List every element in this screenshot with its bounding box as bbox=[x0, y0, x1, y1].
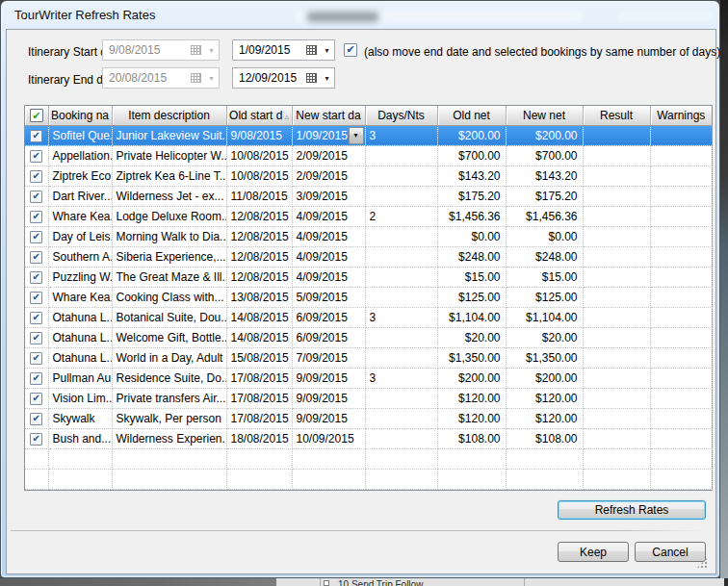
table-row[interactable]: ✔Vision Lim...Private transfers Air...17… bbox=[25, 388, 712, 408]
table-row[interactable]: ✔Bush and...Wilderness Experien...18/08/… bbox=[25, 428, 712, 448]
column-header-select[interactable]: ✔ bbox=[25, 106, 48, 125]
row-checkbox[interactable]: ✔ bbox=[30, 312, 42, 324]
table-row[interactable]: ✔SkywalkSkywalk, Per person17/08/20159/0… bbox=[25, 408, 712, 428]
row-select-cell[interactable]: ✔ bbox=[25, 307, 48, 327]
new-start-date-cell[interactable]: 1/09/2015▼ bbox=[292, 125, 365, 145]
column-header-label: New start da bbox=[296, 109, 360, 122]
table-row[interactable]: ✔Otahuna L...Welcome Gift, Bottle...14/0… bbox=[25, 327, 712, 347]
row-select-cell[interactable]: ✔ bbox=[25, 226, 48, 246]
table-row[interactable]: ✔Otahuna L...World in a Day, Adult15/08/… bbox=[25, 347, 712, 368]
new-start-date-cell[interactable]: 4/09/2015 bbox=[292, 206, 365, 226]
calendar-icon[interactable] bbox=[303, 73, 320, 83]
table-row[interactable]: ✔Puzzling W...The Great Maze & Ill...12/… bbox=[25, 267, 712, 287]
new-itinerary-end-picker[interactable]: 12/09/2015 ▾ bbox=[232, 67, 335, 89]
table-row[interactable]: ✔Whare Kea...Cooking Class with...13/08/… bbox=[25, 287, 712, 307]
row-checkbox[interactable]: ✔ bbox=[30, 332, 42, 344]
row-checkbox[interactable]: ✔ bbox=[30, 352, 42, 365]
row-select-cell[interactable]: ✔ bbox=[25, 327, 48, 347]
keep-button[interactable]: Keep bbox=[558, 542, 629, 562]
row-select-cell[interactable]: ✔ bbox=[25, 428, 48, 448]
row-checkbox[interactable]: ✔ bbox=[30, 170, 42, 183]
column-header-new_start[interactable]: New start da bbox=[292, 106, 365, 125]
row-select-cell[interactable]: ✔ bbox=[25, 368, 48, 388]
days-nights-cell bbox=[365, 388, 437, 408]
refresh-rates-button[interactable]: Refresh Rates bbox=[558, 500, 706, 520]
row-checkbox[interactable]: ✔ bbox=[30, 292, 42, 304]
new-start-date-cell[interactable]: 9/09/2015 bbox=[292, 368, 365, 388]
chevron-down-icon[interactable]: ▾ bbox=[320, 74, 334, 83]
check-icon: ✔ bbox=[33, 333, 40, 343]
new-start-date-cell[interactable]: 5/09/2015 bbox=[292, 287, 365, 307]
row-select-cell[interactable]: ✔ bbox=[25, 145, 48, 166]
cancel-button[interactable]: Cancel bbox=[635, 542, 706, 562]
row-checkbox[interactable]: ✔ bbox=[30, 413, 42, 425]
check-icon: ✔ bbox=[33, 151, 40, 161]
new-start-date-cell[interactable]: 4/09/2015 bbox=[292, 246, 365, 267]
new-start-date-cell[interactable]: 6/09/2015 bbox=[292, 327, 365, 347]
row-checkbox[interactable]: ✔ bbox=[30, 130, 42, 142]
row-checkbox[interactable]: ✔ bbox=[30, 271, 42, 284]
new-net-cell: $200.00 bbox=[506, 368, 583, 388]
column-header-new_net[interactable]: New net bbox=[506, 106, 583, 125]
row-checkbox[interactable]: ✔ bbox=[30, 372, 42, 385]
table-row[interactable]: ✔Otahuna L...Botanical Suite, Dou...14/0… bbox=[25, 307, 712, 327]
new-start-date-cell[interactable]: 4/09/2015 bbox=[292, 226, 365, 246]
row-select-cell[interactable]: ✔ bbox=[25, 125, 48, 145]
date-dropdown-button[interactable]: ▼ bbox=[349, 127, 364, 144]
row-checkbox[interactable]: ✔ bbox=[30, 211, 42, 223]
table-row[interactable]: ✔Southern A...Siberia Experience,...12/0… bbox=[25, 246, 712, 267]
row-select-cell[interactable]: ✔ bbox=[25, 206, 48, 226]
row-checkbox[interactable]: ✔ bbox=[30, 150, 42, 163]
table-row[interactable]: ✔Whare Kea...Lodge Deluxe Room...12/08/2… bbox=[25, 206, 712, 226]
row-select-cell[interactable]: ✔ bbox=[25, 186, 48, 206]
table-header-row[interactable]: ✔Booking naItem descriptionOld start d▵N… bbox=[25, 106, 712, 125]
row-select-cell[interactable]: ✔ bbox=[25, 388, 48, 408]
column-header-old_start[interactable]: Old start d▵ bbox=[226, 106, 292, 125]
calendar-icon[interactable] bbox=[303, 45, 320, 55]
new-start-date-cell[interactable]: 4/09/2015 bbox=[292, 267, 365, 287]
column-header-old_net[interactable]: Old net bbox=[437, 106, 506, 125]
new-itinerary-start-value[interactable]: 1/09/2015 bbox=[233, 43, 303, 57]
title-bar[interactable]: TourWriter Refresh Rates bbox=[1, 1, 719, 29]
new-start-date-cell[interactable]: 3/09/2015 bbox=[292, 186, 365, 206]
table-row[interactable]: ✔Pullman Au...Residence Suite, Do...17/0… bbox=[25, 368, 712, 388]
new-start-date-cell[interactable]: 9/09/2015 bbox=[292, 408, 365, 428]
new-net-cell: $120.00 bbox=[506, 408, 583, 428]
column-header-booking[interactable]: Booking na bbox=[48, 106, 112, 125]
row-select-cell[interactable]: ✔ bbox=[25, 408, 48, 428]
new-start-date-cell[interactable]: 9/09/2015 bbox=[292, 388, 365, 408]
table-row[interactable]: ✔Day of Leis...Morning Walk to Dia...12/… bbox=[25, 226, 712, 246]
column-header-result[interactable]: Result bbox=[583, 106, 650, 125]
table-row[interactable]: ✔Sofitel Que...Junior Lakeview Suit...9/… bbox=[25, 125, 712, 145]
new-start-date-cell[interactable]: 10/09/2015 bbox=[292, 428, 365, 448]
row-select-cell[interactable]: ✔ bbox=[25, 347, 48, 368]
table-row[interactable]: ✔Ziptrek Eco...Ziptrek Kea 6-Line T...10… bbox=[25, 166, 712, 186]
column-header-warnings[interactable]: Warnings bbox=[650, 106, 712, 125]
old-net-cell bbox=[437, 448, 506, 469]
row-checkbox[interactable]: ✔ bbox=[30, 393, 42, 405]
row-select-cell[interactable]: ✔ bbox=[25, 267, 48, 287]
row-checkbox[interactable]: ✔ bbox=[30, 251, 42, 264]
table-row[interactable]: ✔Dart River...Wilderness Jet - ex...11/0… bbox=[25, 186, 712, 206]
new-start-date-cell[interactable]: 6/09/2015 bbox=[292, 307, 365, 327]
row-checkbox[interactable]: ✔ bbox=[30, 433, 42, 446]
new-itinerary-start-picker[interactable]: 1/09/2015 ▾ bbox=[232, 39, 335, 61]
new-start-date-cell[interactable]: 2/09/2015 bbox=[292, 166, 365, 186]
table-row[interactable]: ✔Appellation...Private Helicopter W...10… bbox=[25, 145, 712, 166]
row-select-cell[interactable]: ✔ bbox=[25, 287, 48, 307]
new-start-date-cell[interactable]: 7/09/2015 bbox=[292, 347, 365, 368]
row-select-cell[interactable]: ✔ bbox=[25, 246, 48, 267]
new-start-date-cell[interactable]: 2/09/2015 bbox=[292, 145, 365, 166]
column-header-days[interactable]: Days/Nts bbox=[365, 106, 437, 125]
select-all-checkbox[interactable]: ✔ bbox=[30, 109, 43, 122]
new-net-cell: $1,456.36 bbox=[506, 206, 583, 226]
booking-name-cell: Skywalk bbox=[48, 408, 112, 428]
row-select-cell[interactable]: ✔ bbox=[25, 166, 48, 186]
row-checkbox[interactable]: ✔ bbox=[30, 191, 42, 203]
old-start-date-cell: 17/08/2015 bbox=[226, 388, 292, 408]
chevron-down-icon[interactable]: ▾ bbox=[320, 46, 334, 55]
row-checkbox[interactable]: ✔ bbox=[30, 231, 42, 243]
new-itinerary-end-value[interactable]: 12/09/2015 bbox=[233, 71, 303, 85]
column-header-item[interactable]: Item description bbox=[112, 106, 226, 125]
move-dates-checkbox[interactable]: ✔ bbox=[344, 43, 357, 57]
